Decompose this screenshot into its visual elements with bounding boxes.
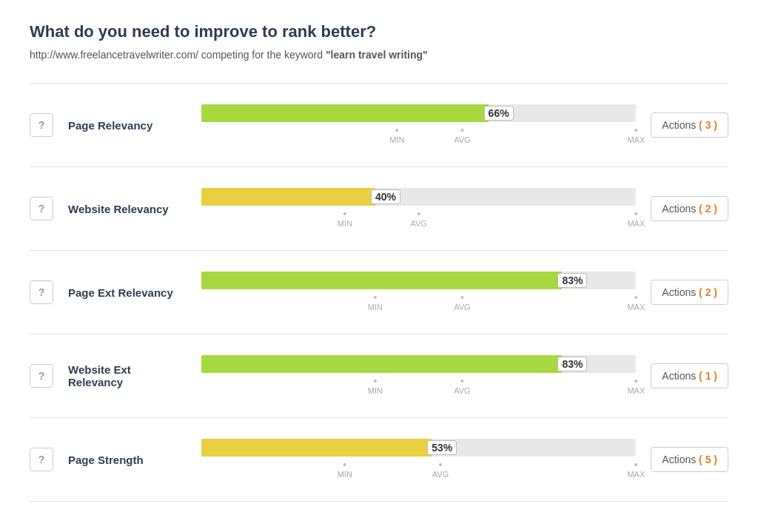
metric-label-website-ext-relevancy: Website Ext Relevancy	[68, 363, 187, 388]
help-icon-website-ext-relevancy[interactable]: ?	[30, 364, 53, 388]
bar-value-page-strength: 53%	[427, 440, 457, 455]
metric-row-page-strength: ?Page Strength53%•MIN•AVG•MAXActions ( 5…	[30, 418, 728, 502]
bar-track-page-ext-relevancy: 83%	[201, 272, 636, 289]
page-title: What do you need to improve to rank bett…	[30, 22, 728, 41]
metric-row-website-ext-relevancy: ?Website Ext Relevancy83%•MIN•AVG•MAXAct…	[30, 334, 728, 418]
marker-website-ext-relevancy-avg: •AVG	[454, 376, 470, 395]
bar-section-page-relevancy: 66%•MIN•AVG•MAX	[201, 104, 636, 146]
marker-website-relevancy-avg: •AVG	[410, 209, 426, 228]
help-icon-page-ext-relevancy[interactable]: ?	[30, 280, 53, 304]
marker-page-strength-avg: •AVG	[432, 459, 449, 479]
marker-website-ext-relevancy-min: •MIN	[368, 376, 383, 395]
metric-label-page-ext-relevancy: Page Ext Relevancy	[68, 286, 187, 299]
metric-label-website-relevancy: Website Relevancy	[68, 203, 187, 215]
help-icon-page-strength[interactable]: ?	[30, 448, 53, 471]
bar-section-page-ext-relevancy: 83%•MIN•AVG•MAX	[201, 272, 636, 313]
page-subtitle: http://www.freelancetravelwriter.com/ co…	[30, 49, 728, 61]
marker-website-ext-relevancy-max: •MAX	[627, 376, 645, 395]
bar-section-website-relevancy: 40%•MIN•AVG•MAX	[201, 188, 636, 229]
bar-track-website-relevancy: 40%	[201, 188, 636, 206]
actions-button-page-ext-relevancy[interactable]: Actions ( 2 )	[651, 280, 728, 305]
bar-track-website-ext-relevancy: 83%	[201, 355, 636, 373]
actions-button-website-ext-relevancy[interactable]: Actions ( 1 )	[651, 363, 728, 388]
bar-fill-website-relevancy	[201, 188, 375, 206]
marker-page-relevancy-max: •MAX	[627, 125, 645, 144]
bar-fill-website-ext-relevancy	[201, 355, 562, 373]
bar-fill-page-relevancy	[201, 104, 489, 122]
bar-fill-page-strength	[201, 439, 432, 457]
actions-button-website-relevancy[interactable]: Actions ( 2 )	[651, 196, 728, 221]
metric-row-page-ext-relevancy: ?Page Ext Relevancy83%•MIN•AVG•MAXAction…	[30, 251, 728, 334]
bar-value-page-relevancy: 66%	[484, 106, 514, 121]
marker-page-strength-min: •MIN	[338, 459, 352, 479]
marker-page-strength-max: •MAX	[627, 459, 645, 479]
help-icon-page-relevancy[interactable]: ?	[30, 113, 53, 137]
metric-row-page-relevancy: ?Page Relevancy66%•MIN•AVG•MAXActions ( …	[30, 84, 728, 167]
bar-section-page-strength: 53%•MIN•AVG•MAX	[201, 439, 636, 480]
bar-track-page-relevancy: 66%	[201, 104, 636, 122]
metrics-container: ?Page Relevancy66%•MIN•AVG•MAXActions ( …	[30, 84, 728, 502]
metric-label-page-strength: Page Strength	[68, 454, 187, 466]
bar-track-page-strength: 53%	[201, 439, 636, 457]
marker-page-relevancy-min: •MIN	[389, 125, 404, 144]
help-icon-website-relevancy[interactable]: ?	[30, 197, 53, 220]
actions-button-page-strength[interactable]: Actions ( 5 )	[651, 447, 728, 472]
bar-value-website-relevancy: 40%	[371, 189, 400, 204]
bar-section-website-ext-relevancy: 83%•MIN•AVG•MAX	[201, 355, 636, 397]
marker-website-relevancy-min: •MIN	[338, 209, 352, 228]
actions-button-page-relevancy[interactable]: Actions ( 3 )	[651, 112, 728, 138]
marker-website-relevancy-max: •MAX	[627, 209, 645, 228]
marker-page-ext-relevancy-min: •MIN	[368, 292, 383, 312]
metric-row-website-relevancy: ?Website Relevancy40%•MIN•AVG•MAXActions…	[30, 167, 728, 251]
bar-value-website-ext-relevancy: 83%	[557, 357, 587, 371]
bar-fill-page-ext-relevancy	[201, 272, 562, 289]
metric-label-page-relevancy: Page Relevancy	[68, 119, 187, 132]
marker-page-ext-relevancy-max: •MAX	[627, 292, 645, 312]
marker-page-ext-relevancy-avg: •AVG	[454, 292, 470, 312]
marker-page-relevancy-avg: •AVG	[454, 125, 470, 144]
bar-value-page-ext-relevancy: 83%	[557, 273, 587, 288]
